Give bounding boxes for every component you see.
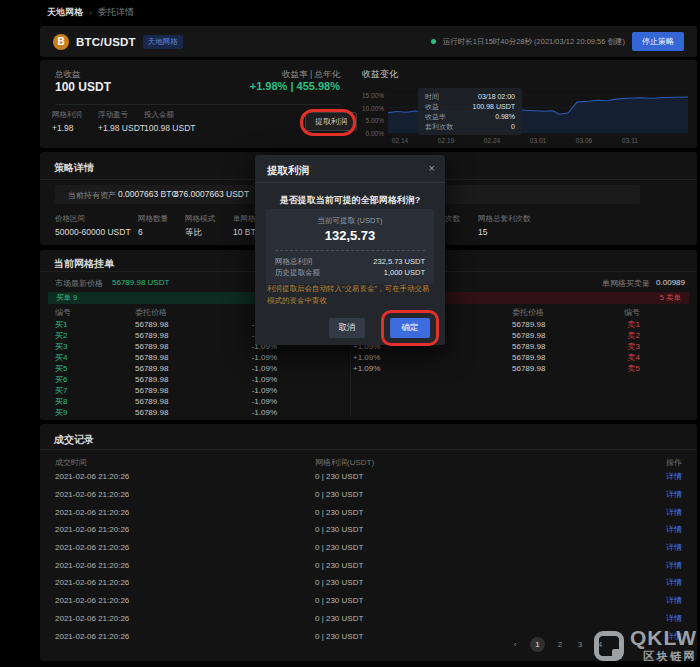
close-icon[interactable]: × (429, 162, 435, 174)
stop-strategy-button[interactable]: 停止策略 (632, 32, 684, 51)
pagination-page-3[interactable]: 3 (575, 640, 585, 649)
buy-order-distance: -1.09% (235, 397, 277, 406)
stat-item: 网格利润+1.98 (52, 110, 82, 133)
tooltip-label: 套利次数 (425, 122, 453, 132)
strategy-item-value: 等比 (185, 227, 215, 239)
yield-value: +1.98% | 455.98% (250, 80, 340, 92)
watermark: QKLW 区块链网 (594, 627, 697, 664)
chart-x-tick: 02.24 (472, 137, 512, 144)
divider (255, 182, 445, 183)
holding-assets-label: 当前持有资产 (68, 190, 116, 201)
watermark-site-text: 区块链网 (643, 649, 697, 664)
buy-order-price: 56789.98 (135, 342, 235, 351)
breadcrumb-home-link[interactable]: 天地网格 (47, 6, 83, 19)
strategy-item: 网格数量6 (138, 214, 168, 237)
modal-detail-label: 历史提取金额 (275, 267, 320, 278)
modal-title: 提取利润 (267, 164, 309, 178)
tooltip-row: 套利次数0 (425, 122, 515, 132)
stat-item-label: 投入金额 (144, 110, 196, 120)
tooltip-row: 收益率0.98% (425, 112, 515, 122)
buy-order-distance: -1.09% (235, 353, 277, 362)
strategy-item: 网格模式等比 (185, 214, 215, 239)
trade-profit: 0 | 230 USDT (315, 543, 627, 552)
tooltip-row: 时间03/18 02:00 (425, 92, 515, 102)
pair-header-card: B BTC/USDT 天地网格 运行时长1日15时40分28秒 (2021/03… (40, 26, 697, 57)
stat-item-value: +1.98 USDT (98, 123, 145, 133)
trade-detail-link[interactable]: 详情 (627, 489, 697, 500)
trade-detail-link[interactable]: 详情 (627, 613, 697, 624)
trade-detail-link[interactable]: 详情 (627, 560, 697, 571)
breadcrumb: 天地网格 › 委托详情 (47, 6, 134, 19)
dashed-divider (275, 250, 425, 251)
buy-order-price: 56789.98 (135, 331, 235, 340)
trade-detail-link[interactable]: 详情 (627, 507, 697, 518)
trade-time: 2021-02-06 21:20:26 (40, 578, 315, 587)
stat-item-value: 100.98 USDT (144, 123, 196, 133)
trade-time: 2021-02-06 21:20:26 (40, 614, 315, 623)
grid-amount: 单网格买卖量 0.00989 (602, 278, 685, 289)
buy-order-price: 56789.98 (135, 408, 235, 417)
strategy-item-label: 网格总套利次数 (478, 214, 531, 224)
strategy-item-label: 价格区间 (55, 214, 131, 224)
trade-row: 2021-02-06 21:20:260 | 230 USDT详情 (40, 539, 697, 557)
confirm-button[interactable]: 确定 (390, 318, 430, 338)
pagination-page-2[interactable]: 2 (555, 640, 565, 649)
buy-order-price: 56789.98 (135, 364, 235, 373)
trade-row: 2021-02-06 21:20:260 | 230 USDT详情 (40, 592, 697, 610)
trade-time: 2021-02-06 21:20:26 (40, 472, 315, 481)
buy-order-id: 买6 (40, 374, 135, 385)
tooltip-row: 收益100.98 USDT (425, 102, 515, 112)
trade-profit: 0 | 230 USDT (315, 472, 627, 481)
sell-order-id: 卖4 (572, 352, 640, 363)
pagination-prev-icon[interactable]: ‹ (510, 640, 520, 649)
trade-profit: 0 | 230 USDT (315, 490, 627, 499)
tooltip-value: 03/18 02:00 (478, 92, 515, 102)
trade-detail-link[interactable]: 详情 (627, 524, 697, 535)
sell-order-distance: +1.09% (277, 353, 403, 362)
chart-x-tick: 03.01 (518, 137, 558, 144)
breadcrumb-current: 委托详情 (98, 6, 134, 19)
sell-order-distance: +1.09% (277, 364, 403, 373)
buy-order-id: 买2 (40, 330, 135, 341)
available-value: 132,5.73 (275, 228, 425, 243)
holding-btc-value: 0.0007663 BTC (118, 189, 178, 199)
buy-order-id: 买4 (40, 352, 135, 363)
strategy-type-badge: 天地网格 (143, 35, 183, 49)
trade-detail-link[interactable]: 详情 (627, 542, 697, 553)
withdraw-profit-button[interactable]: 提取利润 (305, 112, 357, 131)
trade-history-card: 成交记录 成交时间 网格利润(USDT) 操作 2021-02-06 21:20… (40, 424, 697, 661)
trade-row: 2021-02-06 21:20:260 | 230 USDT详情 (40, 610, 697, 628)
strategy-details-title: 策略详情 (54, 161, 94, 175)
cancel-button[interactable]: 取消 (329, 318, 365, 338)
market-price-label: 市场最新价格 (55, 278, 103, 289)
section-header: 成交记录 (40, 424, 697, 450)
strategy-item-label: 网格数量 (138, 214, 168, 224)
trade-profit: 0 | 230 USDT (315, 596, 627, 605)
strategy-item-value: 6 (138, 227, 168, 237)
available-label: 当前可提取 (USDT) (275, 216, 425, 226)
grid-amount-value: 0.00989 (656, 278, 685, 289)
sell-order-price: 56789.98 (403, 353, 572, 362)
sell-order-id: 卖1 (572, 319, 640, 330)
modal-question: 是否提取当前可提的全部网格利润? (255, 194, 445, 207)
tooltip-value: 100.98 USDT (473, 102, 515, 112)
trade-detail-link[interactable]: 详情 (627, 471, 697, 482)
trade-time: 2021-02-06 21:20:26 (40, 525, 315, 534)
buy-order-id: 买5 (40, 363, 135, 374)
col-sell-id: 编号 (572, 307, 640, 318)
pagination-page-1[interactable]: 1 (530, 637, 545, 652)
profit-chart[interactable]: 15.00%10.00%5.00%0.00% 02.1402.1902.2403… (362, 86, 694, 148)
total-profit-value: 100 USDT (55, 80, 111, 94)
trade-detail-link[interactable]: 详情 (627, 595, 697, 606)
chart-y-tick: 5.00% (362, 117, 384, 124)
runtime-text: 运行时长1日15时40分28秒 (2021/03/12 20:09:56 创建) (443, 37, 625, 47)
tooltip-value: 0.98% (495, 112, 515, 122)
sell-order-id: 卖2 (572, 330, 640, 341)
trade-detail-link[interactable]: 详情 (627, 577, 697, 588)
withdrawable-box: 当前可提取 (USDT) 132,5.73 网格总利润232,5.73 USDT… (266, 209, 434, 284)
trade-profit: 0 | 230 USDT (315, 561, 627, 570)
strategy-item: 网格总套利次数15 (478, 214, 531, 237)
col-trade-profit: 网格利润(USDT) (315, 457, 627, 468)
buy-order-distance: -1.09% (235, 408, 277, 417)
tooltip-label: 收益率 (425, 112, 446, 122)
